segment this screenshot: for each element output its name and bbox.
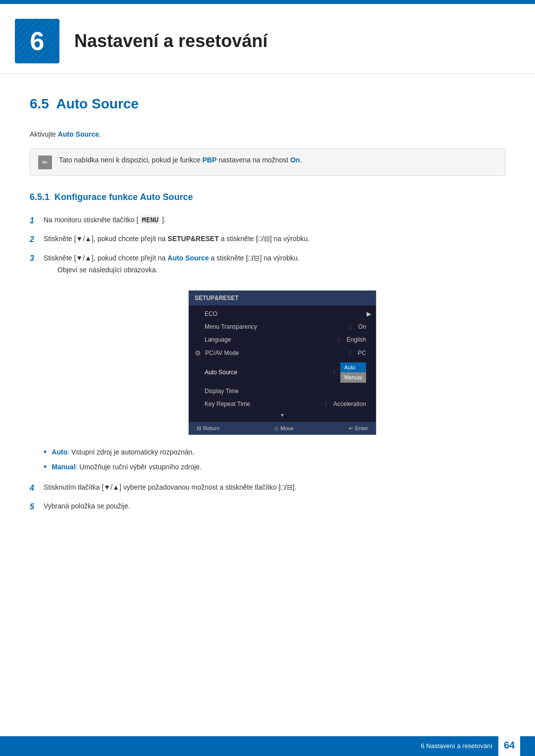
menu-row-displaytime: Display Time: [189, 385, 376, 398]
menu-row-pcav: ⚙ PC/AV Mode : PC: [189, 346, 376, 360]
step-text-3-wrap: Stiskněte [▼/▲], pokud chcete přejít na …: [44, 252, 300, 280]
step-3: 3 Stiskněte [▼/▲], pokud chcete přejít n…: [30, 252, 505, 280]
step-1: 1 Na monitoru stiskněte tlačítko [ MENU …: [30, 215, 505, 227]
menu-title-bar: SETUP&RESET: [189, 291, 376, 305]
bullet-manual: • Manual: Umožňuje ruční výběr vstupního…: [44, 462, 505, 473]
step-number-4: 4: [30, 482, 44, 494]
note-box: Tato nabídka není k dispozici, pokud je …: [30, 149, 505, 176]
menu-bottom-bar: ⊟ Return ◇ Move ↵ Enter: [189, 422, 376, 435]
bullet-dot-1: •: [44, 447, 47, 458]
step-text-4: Stisknutím tlačítka [▼/▲] vyberte požado…: [44, 482, 505, 493]
scroll-indicator: ▼: [189, 410, 376, 420]
step-number-1: 1: [30, 215, 44, 227]
step-text-2: Stiskněte [▼/▲], pokud chcete přejít na …: [44, 234, 505, 244]
menu-row-autosource: Auto Source : Auto Manual: [189, 360, 376, 385]
bullet-list: • Auto: Vstupní zdroj je automaticky roz…: [44, 447, 505, 472]
top-stripe: [0, 0, 535, 4]
bullet-dot-2: •: [44, 462, 47, 473]
footer-page-number: 64: [498, 734, 520, 756]
step-text-1: Na monitoru stiskněte tlačítko [ MENU ].: [44, 215, 505, 225]
autosource-option-manual: Manual: [340, 372, 366, 383]
menu-row-language: Language : English: [189, 333, 376, 346]
move-icon: ◇: [274, 424, 278, 433]
enter-icon: ↵: [349, 424, 353, 433]
step-2: 2 Stiskněte [▼/▲], pokud chcete přejít n…: [30, 234, 505, 246]
steps-list: 1 Na monitoru stiskněte tlačítko [ MENU …: [30, 215, 505, 280]
intro-text: Aktivujte Auto Source.: [30, 129, 505, 140]
return-icon: ⊟: [197, 424, 201, 433]
menu-bottom-return: ⊟ Return: [197, 424, 219, 433]
step-4: 4 Stisknutím tlačítka [▼/▲] vyberte poža…: [30, 482, 505, 494]
subsection-heading: 6.5.1 Konfigurace funkce Auto Source: [30, 191, 505, 204]
step-5: 5 Vybraná položka se použije.: [30, 501, 505, 513]
step-number-2: 2: [30, 234, 44, 246]
step-number-3: 3: [30, 252, 44, 264]
menu-row-eco: ECO ▶: [189, 307, 376, 320]
footer: 6 Nastavení a resetování 64: [0, 736, 535, 756]
step-text-3: Stiskněte [▼/▲], pokud chcete přejít na …: [44, 254, 300, 262]
autosource-option-auto: Auto: [340, 362, 366, 373]
chapter-title: Nastavení a resetování: [74, 28, 268, 54]
main-content: 6.5 Auto Source Aktivujte Auto Source. T…: [0, 74, 535, 550]
gear-icon: ⚙: [195, 348, 201, 358]
menu-bottom-move: ◇ Move: [274, 424, 294, 433]
step-number-5: 5: [30, 501, 44, 513]
sub-note-3: Objeví se následující obrazovka.: [57, 265, 300, 275]
eco-arrow-icon: ▶: [367, 309, 371, 318]
chapter-header: 6 Nastavení a resetování: [0, 4, 535, 74]
chapter-number: 6: [15, 19, 59, 63]
menu-row-keyrepeat: Key Repeat Time : Acceleration: [189, 398, 376, 410]
autosource-dropdown: Auto Manual: [340, 362, 366, 383]
note-icon: [38, 155, 52, 169]
bullet-auto: • Auto: Vstupní zdroj je automaticky roz…: [44, 447, 505, 458]
bullet-text-manual: Manual: Umožňuje ruční výběr vstupního z…: [52, 462, 202, 472]
bullet-text-auto: Auto: Vstupní zdroj je automaticky rozpo…: [52, 447, 194, 457]
screenshot-container: SETUP&RESET ECO ▶ Menu Transparency : On…: [59, 290, 505, 436]
step-text-5: Vybraná položka se použije.: [44, 501, 505, 511]
menu-items: ECO ▶ Menu Transparency : On Language : …: [189, 305, 376, 422]
section-heading: 6.5 Auto Source: [30, 94, 505, 114]
note-text: Tato nabídka není k dispozici, pokud je …: [59, 155, 302, 165]
footer-chapter-label: 6 Nastavení a resetování: [421, 741, 492, 751]
menu-row-transparency: Menu Transparency : On: [189, 320, 376, 333]
menu-bottom-enter: ↵ Enter: [349, 424, 368, 433]
menu-screenshot: SETUP&RESET ECO ▶ Menu Transparency : On…: [188, 290, 376, 436]
